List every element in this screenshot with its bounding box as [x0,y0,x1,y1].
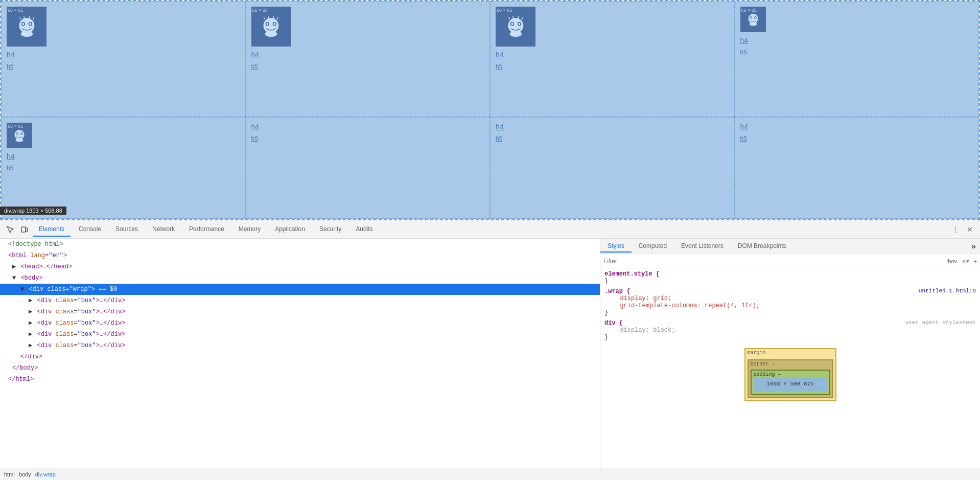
close-devtools-button[interactable]: ✕ [964,223,976,236]
hov-button[interactable]: :hov [946,258,957,264]
css-rule-wrap-display[interactable]: display: grid; [604,295,976,302]
svg-line-19 [277,17,278,19]
box-h4-8: h4 [740,123,974,131]
tab-sources[interactable]: Sources [109,222,144,237]
styles-panel: Styles Computed Event Listeners DOM Brea… [600,239,980,468]
html-line-wrap-div[interactable]: ▼ <div class="wrap"> == $0 [0,284,600,295]
css-rule-element-style: element.style { } [604,270,976,285]
tab-memory[interactable]: Memory [232,222,267,237]
css-rule-div-header: div { user agent stylesheet [604,319,976,327]
styles-more-button[interactable]: » [971,242,980,251]
svg-line-7 [24,16,24,18]
more-tools-button[interactable]: ⋮ [949,223,962,236]
svg-line-28 [518,16,519,18]
box3-expand-arrow[interactable]: ▶ [29,319,32,327]
styles-tab-dom-breakpoints[interactable]: DOM Breakpoints [731,240,794,253]
svg-point-14 [267,23,269,25]
head-expand-arrow[interactable]: ▶ [12,263,16,270]
wrap-display-prop: display: [604,295,649,302]
tab-performance[interactable]: Performance [183,222,230,237]
svg-line-29 [522,17,523,19]
tab-elements[interactable]: Elements [33,222,71,237]
html-line-box2[interactable]: ▶ <div class="box">…</div> [0,306,600,317]
html-line-box4[interactable]: ▶ <div class="box">…</div> [0,329,600,340]
svg-point-30 [748,14,758,24]
cls-button[interactable]: .cls [961,258,970,264]
styles-filter-right: :hov .cls + [946,258,977,264]
svg-point-24 [511,23,513,25]
box-h4-4: h4 [740,36,974,44]
img-label-5: 66 × 65 [8,124,23,129]
box-h4-7: h4 [496,123,729,131]
styles-filter-input[interactable] [603,258,946,265]
css-rule-wrap-columns[interactable]: grid-template-columns: repeat(4, 1fr); [604,302,976,309]
html-line-wrap-close[interactable]: </div> [0,351,600,362]
svg-line-17 [268,16,269,18]
svg-point-20 [508,18,523,33]
box-8: h4 h5 [735,117,979,219]
tab-network[interactable]: Network [146,222,181,237]
breadcrumb-html[interactable]: html [4,471,15,477]
html-line-html[interactable]: <html lang="en"> [0,250,600,261]
html-line-box1[interactable]: ▶ <div class="box">…</div> [0,295,600,306]
wrap-div-tag: <div [29,286,43,293]
breadcrumb-body[interactable]: body [19,471,31,477]
html-line-doctype[interactable]: <!doctype html> [0,239,600,250]
box-img-5: 66 × 65 [7,123,32,148]
body-expand-arrow[interactable]: ▼ [12,275,16,282]
styles-more-icon: » [971,242,976,251]
svg-line-16 [264,17,265,19]
box-2: 66 × 65 h4 h5 [246,1,491,117]
box-h4-6: h4 [251,123,485,131]
html-line-body-open[interactable]: ▼ <body> [0,272,600,284]
device-toolbar-button[interactable] [18,223,31,236]
svg-line-9 [33,17,34,19]
tab-audits[interactable]: Audits [349,222,379,237]
tab-security[interactable]: Security [313,222,347,237]
html-open-tag: <html [8,252,27,259]
styles-tab-event-listeners[interactable]: Event Listeners [674,240,731,253]
box2-expand-arrow[interactable]: ▶ [29,308,32,315]
styles-tab-styles[interactable]: Styles [600,240,632,253]
div-selector[interactable]: div { [604,319,623,327]
wrap-selector[interactable]: .wrap { [604,288,630,295]
styles-tab-computed[interactable]: Computed [632,240,674,253]
svg-point-5 [29,23,31,25]
img-label-4: 66 × 65 [741,8,757,13]
wrap-source[interactable]: Untitled-1.html:9 [919,288,976,294]
devtools-toolbar: Elements Console Sources Network Perform… [0,220,980,239]
tab-console[interactable]: Console [73,222,107,237]
svg-line-18 [273,16,274,18]
img-label-3: 66 × 65 [497,8,512,13]
wrap-expand-arrow[interactable]: ▼ [20,286,24,293]
box1-expand-arrow[interactable]: ▶ [29,297,32,304]
box-h5-2: h5 [251,63,485,70]
add-style-button[interactable]: + [974,258,977,264]
box2-class-value: "box" [78,308,96,315]
box1-class-value: "box" [78,297,96,304]
box-h4-2: h4 [251,51,485,59]
box-h5-1: h5 [7,63,240,70]
monster-icon-1 [15,15,39,39]
box4-expand-arrow[interactable]: ▶ [29,331,32,338]
breadcrumb-wrap[interactable]: div.wrap [35,471,56,477]
html-line-html-close[interactable]: </html> [0,374,600,385]
html-line-box5[interactable]: ▶ <div class="box">…</div> [0,340,600,351]
tab-application[interactable]: Application [269,222,311,237]
border-box: border – padding – 1003 × 508.875 [748,359,833,398]
wrap-columns-value: repeat(4, 1fr); [705,302,760,309]
html-line-body-close[interactable]: </body> [0,362,600,374]
box-h5-4: h5 [740,49,974,56]
css-rule-element-style-selector[interactable]: element.style { [604,270,976,278]
html-line-box3[interactable]: ▶ <div class="box">…</div> [0,317,600,329]
svg-point-40 [16,133,17,134]
css-rule-div-display[interactable]: display: block; [604,327,976,334]
box-img-3: 66 × 65 [496,7,535,47]
devtools-body: <!doctype html> <html lang="en"> ▶ <head… [0,239,980,468]
select-element-button[interactable] [4,223,16,236]
html-line-head[interactable]: ▶ <head>…</head> [0,261,600,272]
wrap-close-tag: </div> [20,353,42,360]
svg-point-1 [20,31,32,36]
box5-expand-arrow[interactable]: ▶ [29,342,32,349]
box-1: 66 × 65 h4 h5 [1,1,246,117]
